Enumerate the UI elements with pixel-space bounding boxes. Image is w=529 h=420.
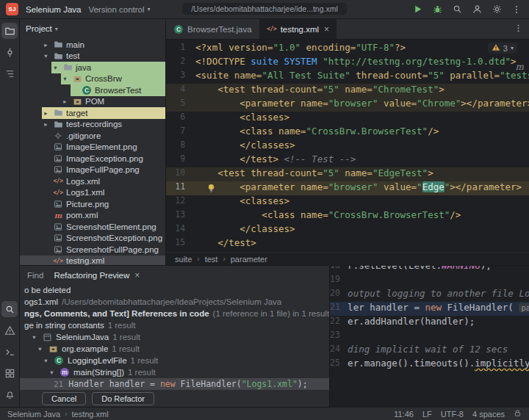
tree-item-logs1-xml[interactable]: </>Logs1.xml	[20, 187, 165, 199]
tree-item-screenshotelement-png[interactable]: ScreenshotElement.png	[20, 221, 165, 233]
find-result-row[interactable]: ngs, Comments, and Text] References in c…	[20, 308, 329, 319]
breadcrumb-suite[interactable]: suite	[175, 255, 192, 264]
close-icon[interactable]: ×	[134, 271, 140, 280]
find-tool-icon[interactable]	[1, 301, 18, 317]
tree-item-screenshotfullpage-png[interactable]: ScreenshotFullPage.png	[20, 244, 165, 256]
lock-icon[interactable]	[514, 409, 522, 419]
chevron-down-icon[interactable]: ▾	[30, 333, 38, 341]
run-icon[interactable]	[411, 3, 424, 16]
tool-tab-find[interactable]: Find	[27, 271, 43, 280]
find-result-row[interactable]: ge in string constants1 result	[20, 319, 329, 331]
project-tool-icon[interactable]	[1, 23, 18, 39]
code-editor[interactable]: 1<?xml version="1.0" encoding="UTF-8"?>2…	[166, 40, 529, 252]
chevron-down-icon[interactable]: ▾	[42, 52, 50, 59]
code-line-21[interactable]: 21ler handler = new FileHandler( pattern…	[330, 302, 529, 316]
tree-item-test[interactable]: ▾test	[20, 51, 165, 62]
tree-item-pom[interactable]: ▸POM	[20, 96, 165, 108]
code-line-7[interactable]: 7 <class name="CrossBrw.BrowserTest"/>	[166, 126, 529, 140]
tree-item-picture-png[interactable]: Picture.png	[20, 198, 165, 210]
project-panel-header[interactable]: Project ▾	[20, 19, 165, 38]
terminal-tool-icon[interactable]	[1, 344, 18, 360]
search-icon[interactable]	[450, 3, 464, 16]
services-tool-icon[interactable]	[1, 365, 18, 381]
find-result-row[interactable]: ogs1.xml/Users/debomitabhattacharjee/Ide…	[20, 296, 329, 308]
notifications-tool-icon[interactable]	[1, 386, 18, 402]
tree-item-screenshotexception-png[interactable]: ScreenshotException.png	[20, 233, 165, 245]
code-line-6[interactable]: 6 <classes>	[166, 112, 529, 126]
code-line-12[interactable]: 12 <classes>	[166, 195, 529, 209]
code-line-11[interactable]: 11 <parameter name="browser" value="Edge…	[166, 181, 529, 195]
file-encoding[interactable]: UTF-8	[441, 410, 464, 419]
code-line-8[interactable]: 8 </classes>	[166, 140, 529, 153]
status-crumb-testng-xml[interactable]: testng.xml	[72, 410, 109, 419]
close-icon[interactable]: ×	[324, 25, 329, 34]
code-line-20[interactable]: 20output logging to another file Logs.xm…	[330, 288, 529, 302]
tree-item-imageelement-png[interactable]: ImageElement.png	[20, 142, 165, 153]
user-icon[interactable]	[470, 3, 483, 16]
tab-testng-xml[interactable]: </>testng.xml×	[259, 19, 337, 39]
code-line-4[interactable]: 4 <test thread-count="5" name="ChromeTes…	[166, 84, 529, 98]
caret-position[interactable]: 11:46	[394, 410, 414, 419]
find-result-row[interactable]: ▾CLoggingLevlFile1 result	[20, 355, 329, 366]
commit-tool-icon[interactable]	[1, 44, 18, 60]
tree-item-pom-xml[interactable]: mpom.xml	[20, 210, 165, 222]
line-ending[interactable]: LF	[422, 410, 432, 419]
find-result-row[interactable]: 21Handler handler = new FileHandler("Log…	[20, 378, 329, 390]
code-line-1[interactable]: 1<?xml version="1.0" encoding="UTF-8"?>	[166, 42, 529, 56]
intention-bulb-icon[interactable]	[207, 184, 215, 195]
find-result-row[interactable]: ▾SeleniumJava1 result	[20, 331, 329, 343]
tab-browsertest-java[interactable]: CBrowserTest.java	[166, 19, 259, 39]
find-result-row[interactable]: ▾org.example1 result	[20, 343, 329, 355]
debug-icon[interactable]	[431, 3, 444, 16]
tree-item-imagefullpage-png[interactable]: ImageFullPage.png	[20, 164, 165, 176]
find-result-row[interactable]: o be deleted	[20, 284, 329, 296]
code-line-19[interactable]: 19	[330, 274, 529, 288]
find-result-row[interactable]: ▾mmain(String[])1 result	[20, 366, 329, 378]
code-line-25[interactable]: 25er.manage().timeouts().implicitlyWait(…	[330, 358, 529, 372]
chevron-down-icon[interactable]: ▾	[36, 345, 44, 352]
tree-item-browsertest[interactable]: CBrowserTest	[20, 84, 165, 96]
chevron-down-icon[interactable]: ▾	[48, 369, 56, 376]
code-line-13[interactable]: 13 <class name="CrossBrw.BrowserTest"/>	[166, 209, 529, 223]
code-line-18[interactable]: 18r.setLevel(Level.WARNING);	[330, 266, 529, 274]
code-line-9[interactable]: 9 </test> <!-- Test -->	[166, 153, 529, 167]
problems-tool-icon[interactable]	[1, 322, 18, 338]
chevron-right-icon[interactable]: ▸	[42, 109, 50, 117]
chevron-right-icon[interactable]: ▸	[42, 120, 50, 128]
more-vertical-icon[interactable]	[510, 3, 523, 16]
code-line-23[interactable]: 23	[330, 330, 529, 344]
code-line-14[interactable]: 14 </classes>	[166, 223, 529, 237]
code-line-10[interactable]: 10 <test thread-count="5" name="EdgeTest…	[166, 167, 529, 181]
settings-icon[interactable]	[490, 3, 503, 16]
breadcrumb-parameter[interactable]: parameter	[231, 255, 267, 264]
tree-item-target[interactable]: ▸target	[20, 107, 165, 119]
do-refactor-button[interactable]: Do Refactor	[92, 392, 154, 405]
tree-item-crossbrw[interactable]: ▾CrossBrw	[20, 73, 165, 85]
code-line-15[interactable]: 15 </test>	[166, 237, 529, 251]
inspections-widget[interactable]: 3 ▾	[488, 43, 517, 54]
chevron-right-icon[interactable]: ▸	[42, 41, 50, 48]
chevron-down-icon[interactable]: ▾	[51, 64, 60, 71]
indent-setting[interactable]: 4 spaces	[472, 410, 505, 419]
tree-item-main[interactable]: ▸main	[20, 39, 165, 51]
tree-item-logs-xml[interactable]: </>Logs.xml	[20, 175, 165, 187]
more-vertical-icon[interactable]	[514, 23, 523, 35]
vcs-widget[interactable]: Version control ▾	[88, 5, 150, 14]
tree-item-imageexception-png[interactable]: ImageException.png	[20, 153, 165, 164]
tree-item-testng-xml[interactable]: </>testng.xml	[20, 256, 165, 266]
status-crumb-selenium-java[interactable]: Selenium Java	[7, 410, 60, 419]
code-line-2[interactable]: 2<!DOCTYPE suite SYSTEM "http://testng.o…	[166, 56, 529, 70]
structure-tool-icon[interactable]	[1, 65, 18, 82]
code-preview-pane[interactable]: 18r.setLevel(Level.WARNING);1920output l…	[330, 266, 529, 407]
chevron-down-icon[interactable]: ▾	[42, 357, 50, 364]
project-selector[interactable]: Selenium Java	[26, 5, 81, 14]
tree-item-test-recordings[interactable]: ▸test-recordings	[20, 119, 165, 131]
breadcrumb-test[interactable]: test	[205, 255, 218, 264]
chevron-down-icon[interactable]: ▾	[61, 75, 69, 82]
tree-item-java[interactable]: ▾java	[20, 62, 165, 73]
app-logo[interactable]: SJ	[6, 3, 18, 15]
code-line-24[interactable]: 24ding implicit wait of 12 secs	[330, 344, 529, 358]
code-line-3[interactable]: 3<suite name="All Test Suite" thread-cou…	[166, 70, 529, 84]
code-line-22[interactable]: 22er.addHandler(handler);	[330, 316, 529, 330]
tool-tab-refactoring-preview[interactable]: Refactoring Preview×	[54, 271, 140, 280]
